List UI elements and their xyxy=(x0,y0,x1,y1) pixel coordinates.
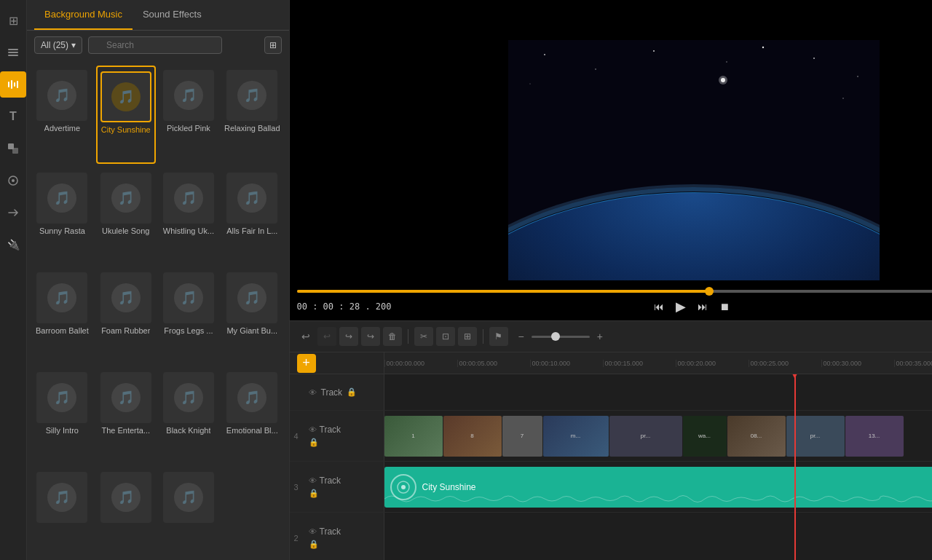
music-item-my-giant-bu[interactable]: 🎵 My Giant Bu... xyxy=(221,268,283,363)
visibility-icon[interactable]: 👁 xyxy=(309,388,317,397)
video-controls: 00 : 00 : 28 . 200 ⏮ ▶ ⏭ ⏹ Full 🔊 ⛶ ⧉ xyxy=(290,285,933,320)
separator-1 xyxy=(408,329,408,344)
clip-pr2[interactable]: pr... xyxy=(786,416,845,457)
music-item-emotional-bl[interactable]: 🎵 Emotional Bl... xyxy=(221,368,283,463)
music-item-pickled-pink[interactable]: 🎵 Pickled Pink xyxy=(160,66,217,164)
undo2-button[interactable]: ↩ xyxy=(317,327,336,346)
tab-sound-effects[interactable]: Sound Effects xyxy=(133,0,212,30)
delete-button[interactable]: 🗑 xyxy=(383,327,402,346)
lock-icon-2[interactable]: 🔒 xyxy=(309,540,319,548)
undo-button[interactable]: ↩ xyxy=(297,328,315,345)
music-thumb: 🎵 xyxy=(226,173,277,224)
split-button[interactable]: ⊡ xyxy=(436,327,455,346)
music-item-ukulele-song[interactable]: 🎵 Ukulele Song xyxy=(96,168,156,264)
play-button[interactable]: ▶ xyxy=(673,297,689,316)
clip-08[interactable]: 08... xyxy=(727,416,786,457)
music-item-sunny-rasta[interactable]: 🎵 Sunny Rasta xyxy=(33,168,92,264)
music-item-19[interactable]: 🎵 xyxy=(160,468,217,554)
visibility-icon-3[interactable]: 👁 xyxy=(309,476,317,485)
music-item-barroom-ballet[interactable]: 🎵 Barroom Ballet xyxy=(33,268,92,363)
track-label-4: Track xyxy=(320,425,341,435)
effects-icon[interactable] xyxy=(0,167,26,194)
music-item-foam-rubber[interactable]: 🎵 Foam Rubber xyxy=(96,268,156,363)
music-panel: Background Music Sound Effects All (25) … xyxy=(27,0,290,560)
track-label-3: Track xyxy=(320,476,341,486)
grid-view-button[interactable]: ⊞ xyxy=(264,36,282,54)
music-item-17[interactable]: 🎵 xyxy=(33,468,92,554)
clip-wa[interactable]: wa... xyxy=(683,416,727,457)
clip-1[interactable]: 1 xyxy=(384,416,443,457)
controls-row: 00 : 00 : 28 . 200 ⏮ ▶ ⏭ ⏹ Full 🔊 ⛶ ⧉ xyxy=(297,297,933,316)
main-area: 00 : 00 : 28 . 200 ⏮ ▶ ⏭ ⏹ Full 🔊 ⛶ ⧉ xyxy=(290,0,933,560)
track-num-4: 4 xyxy=(290,432,303,441)
progress-bar-track[interactable] xyxy=(297,290,933,293)
svg-point-18 xyxy=(529,83,530,84)
track-row-4: 4 👁 Track 🔒 1 xyxy=(290,411,933,462)
track-header-4: 4 👁 Track 🔒 xyxy=(290,411,384,461)
svg-point-15 xyxy=(726,61,727,63)
svg-rect-0 xyxy=(8,49,18,50)
redo2-button[interactable]: ↪ xyxy=(361,327,380,346)
track-content-2[interactable] xyxy=(384,513,933,560)
merge-button[interactable]: ⊞ xyxy=(458,327,477,346)
music-item-alls-fair[interactable]: 🎵 Alls Fair In L... xyxy=(221,168,283,264)
visibility-icon-4[interactable]: 👁 xyxy=(309,425,317,434)
plugin-icon[interactable]: 🔌 xyxy=(0,232,26,258)
music-item-silly-intro[interactable]: 🎵 Silly Intro xyxy=(33,368,92,463)
track-content-3[interactable]: City Sunshine xyxy=(384,462,933,512)
separator-2 xyxy=(483,329,483,344)
redo-button[interactable]: ↪ xyxy=(339,327,358,346)
clip-7[interactable]: 7 xyxy=(502,416,542,457)
music-thumb: 🎵 xyxy=(163,472,214,523)
audio-active-icon[interactable] xyxy=(0,71,26,98)
text-icon[interactable]: T xyxy=(0,103,26,130)
layout-icon[interactable]: ⊞ xyxy=(0,7,26,33)
zoom-out-button[interactable]: − xyxy=(514,328,529,345)
music-item-frogs-legs[interactable]: 🎵 Frogs Legs ... xyxy=(160,268,217,363)
waveform xyxy=(384,490,933,508)
stop-button[interactable]: ⏹ xyxy=(716,299,732,314)
ruler-mark-4: 00:00:20.000 xyxy=(676,360,749,367)
lock-icon[interactable]: 🔒 xyxy=(347,387,357,397)
track-label-top: Track xyxy=(321,387,343,398)
lock-icon-4[interactable]: 🔒 xyxy=(309,438,319,446)
audio-clip-city-sunshine[interactable]: City Sunshine xyxy=(384,467,933,508)
ruler-mark-0: 00:00:00.000 xyxy=(384,360,457,367)
layers-icon[interactable] xyxy=(0,39,26,66)
svg-point-14 xyxy=(653,50,655,52)
music-item-advertime[interactable]: 🎵 Advertime xyxy=(33,66,92,164)
search-wrapper xyxy=(88,36,258,54)
svg-rect-5 xyxy=(14,82,15,87)
visibility-icon-2[interactable]: 👁 xyxy=(309,527,317,536)
overlay-icon[interactable] xyxy=(0,135,26,162)
tab-background-music[interactable]: Background Music xyxy=(34,0,133,30)
lock-icon-3[interactable]: 🔒 xyxy=(309,489,319,497)
music-item-city-sunshine[interactable]: 🎵 City Sunshine xyxy=(96,66,156,164)
cut-button[interactable]: ✂ xyxy=(414,327,433,346)
audio-icon xyxy=(390,474,416,500)
music-thumb: 🎵 xyxy=(36,472,87,523)
music-item-whistling-uk[interactable]: 🎵 Whistling Uk... xyxy=(160,168,217,264)
add-track-button[interactable]: + xyxy=(297,354,316,373)
track-content-4[interactable]: 1 8 7 xyxy=(384,411,933,461)
clip-m[interactable]: m... xyxy=(543,416,609,457)
clip-13[interactable]: 13... xyxy=(845,416,904,457)
search-input[interactable] xyxy=(88,36,222,54)
music-item-relaxing-ballad[interactable]: 🎵 Relaxing Ballad xyxy=(221,66,283,164)
music-item-18[interactable]: 🎵 xyxy=(96,468,156,554)
step-back-button[interactable]: ⏮ xyxy=(651,299,667,314)
zoom-in-button[interactable]: + xyxy=(593,328,607,345)
step-forward-button[interactable]: ⏭ xyxy=(695,299,711,314)
marker-button[interactable]: ⚑ xyxy=(489,327,508,346)
music-item-black-knight[interactable]: 🎵 Black Knight xyxy=(160,368,217,463)
music-item-the-enterta[interactable]: 🎵 The Enterta... xyxy=(96,368,156,463)
filter-dropdown[interactable]: All (25) ▾ xyxy=(34,36,82,54)
zoom-slider[interactable] xyxy=(532,336,590,338)
track-content-top xyxy=(384,374,933,410)
track-num-2: 2 xyxy=(290,534,303,543)
clip-pr1[interactable]: pr... xyxy=(609,416,682,457)
music-thumb-selected: 🎵 xyxy=(100,71,151,122)
transitions-icon[interactable] xyxy=(0,200,26,226)
clip-8[interactable]: 8 xyxy=(443,416,502,457)
svg-point-13 xyxy=(595,68,596,70)
